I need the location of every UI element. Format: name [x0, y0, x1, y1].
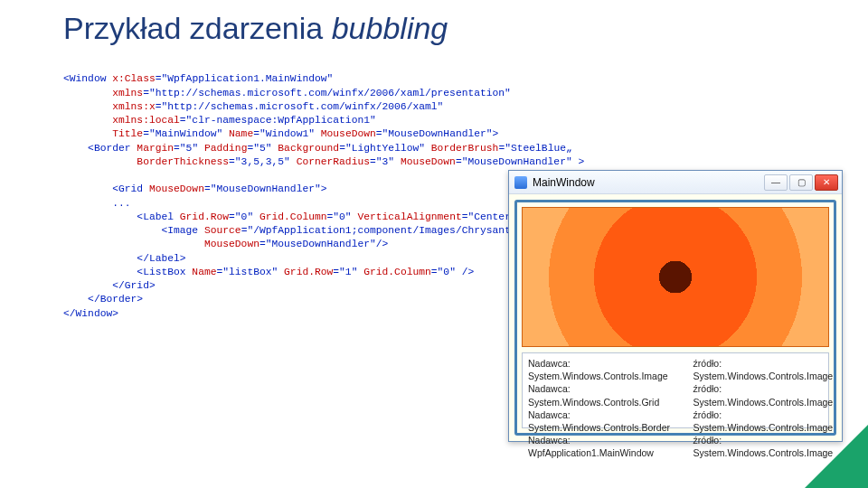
list-item: Nadawca: System.Windows.Controls.Gridźró…: [528, 382, 823, 408]
listbox[interactable]: Nadawca: System.Windows.Controls.Imageźr…: [522, 352, 829, 428]
list-item: Nadawca: System.Windows.Controls.Imageźr…: [528, 357, 823, 382]
corner-decoration: [805, 425, 868, 488]
image-chrysanthemum[interactable]: [522, 207, 829, 347]
minimize-button[interactable]: —: [764, 174, 788, 191]
app-icon: [514, 176, 527, 189]
list-item: Nadawca: System.Windows.Controls.Borderź…: [528, 408, 823, 434]
maximize-button[interactable]: ▢: [789, 174, 813, 191]
close-button[interactable]: ✕: [815, 174, 838, 191]
list-item: Nadawca: WpfApplication1.MainWindowźródł…: [528, 434, 823, 459]
slide-title: Przykład zdarzenia bubbling: [63, 11, 814, 46]
app-window: MainWindow — ▢ ✕ Nadawca: System.Windows…: [508, 170, 843, 442]
window-title: MainWindow: [533, 176, 595, 189]
border-panel: Nadawca: System.Windows.Controls.Imageźr…: [514, 200, 836, 436]
titlebar[interactable]: MainWindow — ▢ ✕: [509, 171, 842, 194]
